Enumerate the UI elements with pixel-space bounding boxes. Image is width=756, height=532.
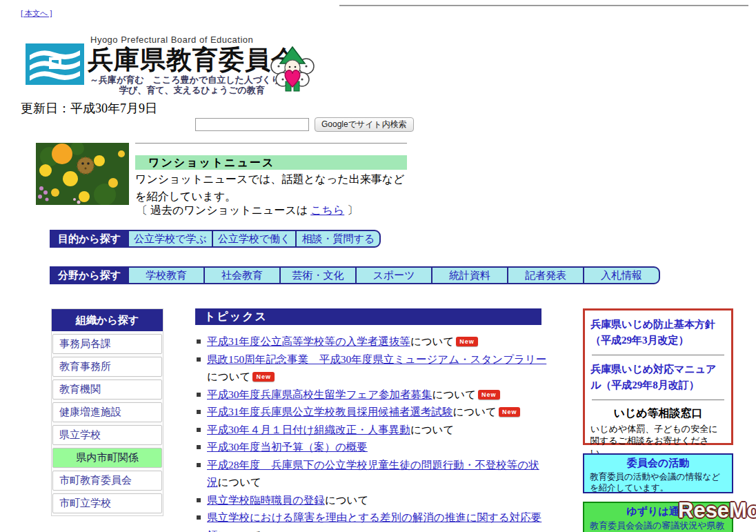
topic-item: 平成31年度公立高等学校等の入学者選抜等についてNew <box>195 333 548 351</box>
board-activity-box[interactable]: 委員会の活動 教育委員の活動や会議の情報などを紹介しています。 <box>583 453 733 493</box>
new-badge: New <box>252 372 275 382</box>
new-badge: New <box>499 407 521 417</box>
field-nav-button[interactable]: 芸術・文化 <box>279 268 355 283</box>
topic-text: について <box>410 335 454 347</box>
tagline-line2: 学び、育て、支えるひょうごの教育 <box>119 84 265 97</box>
oneshot-news-title: ワンショットニュース <box>135 155 407 170</box>
topic-item: 平成30年４月１日付け組織改正・人事異動について <box>195 421 548 439</box>
skip-to-content-link[interactable]: [ 本文へ ] <box>21 8 52 19</box>
past-news-link[interactable]: こちら <box>310 204 344 216</box>
hyogo-logo-icon <box>26 43 84 85</box>
mascot-character-icon <box>268 46 317 97</box>
topic-item: 県立学校臨時職員の登録について <box>195 491 548 509</box>
sidebar-item[interactable]: 県立学校 <box>52 425 162 445</box>
topic-text: について <box>325 494 368 506</box>
field-nav-buttons: 学校教育社会教育芸術・文化スポーツ統計資料記者発表入札情報 <box>128 268 659 283</box>
sidebar-item[interactable]: 教育機関 <box>52 380 162 400</box>
topic-link[interactable]: 県立学校臨時職員の登録 <box>207 494 325 506</box>
past-suffix: 〕 <box>344 204 358 216</box>
search-input[interactable] <box>195 118 309 131</box>
purpose-nav: 目的から探す 公立学校で学ぶ公立学校で働く相談・質問する <box>50 230 381 248</box>
oneshot-news-photo <box>36 143 129 205</box>
page-root: [ 本文へ ] Hyogo Prefectural Board of Educa… <box>0 0 756 532</box>
divider <box>592 355 724 355</box>
ijime-link[interactable]: 兵庫県いじめ対応マニュアル（平成29年8月改訂） <box>590 362 726 393</box>
field-nav-button[interactable]: スポーツ <box>355 268 431 283</box>
topic-item: 県政150周年記念事業 平成30年度県立ミュージアム・スタンプラリーについてNe… <box>195 351 548 386</box>
topic-link[interactable]: 平成30年４月１日付け組織改正・人事異動 <box>207 424 410 435</box>
topic-link[interactable]: 平成30年度当初予算（案）の概要 <box>207 441 368 453</box>
board-activity-title[interactable]: 委員会の活動 <box>590 457 726 470</box>
ijime-consultation-title: いじめ等相談窓口 <box>590 406 726 421</box>
oneshot-news-description: ワンショットニュースでは、話題となった出来事などを紹介しています。 <box>135 170 412 205</box>
ijime-info-box: 兵庫県いじめ防止基本方針（平成29年3月改定）兵庫県いじめ対応マニュアル（平成2… <box>583 308 733 445</box>
new-badge: New <box>478 390 500 400</box>
topic-item: 平成30年度兵庫県高校生留学フェア参加者募集についてNew <box>195 386 548 404</box>
yuzuriha-newsletter-title[interactable]: ゆずりは通信 <box>590 505 726 518</box>
field-nav-label: 分野から探す <box>51 268 128 283</box>
sidebar-item[interactable]: 健康増進施設 <box>52 402 162 422</box>
sidebar-item[interactable]: 教育事務所 <box>52 357 162 377</box>
topic-text: について <box>207 371 250 382</box>
purpose-nav-button[interactable]: 相談・質問する <box>295 231 379 246</box>
ijime-links: 兵庫県いじめ防止基本方針（平成29年3月改定）兵庫県いじめ対応マニュアル（平成2… <box>590 317 726 400</box>
field-nav-button[interactable]: 社会教育 <box>203 268 279 283</box>
update-date: 更新日：平成30年7月9日 <box>21 100 157 117</box>
topic-text: について <box>432 388 476 400</box>
new-badge: New <box>456 337 478 346</box>
sidebar-section-label: 県内市町関係 <box>52 448 162 468</box>
sidebar-item[interactable]: 市町立学校 <box>52 493 162 513</box>
top-divider <box>339 5 748 6</box>
topic-link[interactable]: 平成30年度兵庫県高校生留学フェア参加者募集 <box>207 388 432 400</box>
ijime-link[interactable]: 兵庫県いじめ防止基本方針（平成29年3月改定） <box>590 317 726 348</box>
sidebar-item[interactable]: 市町教育委員会 <box>52 471 162 491</box>
topic-item: 平成28年度 兵庫県下の公立学校児童生徒の問題行動・不登校等の状況について <box>195 456 548 491</box>
field-nav-button[interactable]: 記者発表 <box>507 268 583 283</box>
topics-header: トピックス <box>195 308 541 325</box>
org-name-japanese: 兵庫県教育委員会 <box>88 43 297 77</box>
topic-link[interactable]: 平成31年度兵庫県公立学校教員採用候補者選考試験 <box>207 406 453 417</box>
yuzuriha-newsletter-box[interactable]: ゆずりは通信 教育委員会会議の審議状況や県教 <box>583 502 733 532</box>
past-prefix: 〔 過去のワンショットニュースは <box>137 204 310 216</box>
org-nav-items: 事務局各課教育事務所教育機関健康増進施設県立学校県内市町関係市町教育委員会市町立… <box>52 334 163 513</box>
topic-item: 平成31年度兵庫県公立学校教員採用候補者選考試験についてNew <box>195 403 548 421</box>
oneshot-news-past-line: 〔 過去のワンショットニュースは こちら 〕 <box>137 204 358 218</box>
topic-item: 県立学校における障害を理由とする差別の解消の推進に関する対応要領について <box>195 509 548 532</box>
topic-link[interactable]: 平成31年度公立高等学校等の入学者選抜等 <box>207 335 410 347</box>
org-nav-title: 組織から探す <box>52 309 163 331</box>
field-nav-button[interactable]: 統計資料 <box>431 268 507 283</box>
purpose-nav-button[interactable]: 公立学校で働く <box>212 231 296 246</box>
topic-link[interactable]: 県政150周年記念事業 平成30年度県立ミュージアム・スタンプラリー <box>207 353 546 365</box>
yuzuriha-newsletter-body: 教育委員会会議の審議状況や県教 <box>590 520 726 531</box>
google-site-search-button[interactable]: Googleでサイト内検索 <box>315 117 414 132</box>
field-nav: 分野から探す 学校教育社会教育芸術・文化スポーツ統計資料記者発表入札情報 <box>50 266 660 284</box>
purpose-nav-buttons: 公立学校で学ぶ公立学校で働く相談・質問する <box>128 231 379 246</box>
topic-text: について <box>453 406 497 417</box>
purpose-nav-button[interactable]: 公立学校で学ぶ <box>128 231 212 246</box>
field-nav-button[interactable]: 学校教育 <box>128 268 203 283</box>
topic-item: 平成30年度当初予算（案）の概要 <box>195 438 548 456</box>
topic-text: について <box>218 529 261 532</box>
board-activity-body: 教育委員の活動や会議の情報などを紹介しています。 <box>590 471 726 493</box>
divider <box>592 400 724 400</box>
org-nav: 組織から探す 事務局各課教育事務所教育機関健康増進施設県立学校県内市町関係市町教… <box>51 308 163 516</box>
field-nav-button[interactable]: 入札情報 <box>583 268 659 283</box>
topic-text: について <box>410 424 454 435</box>
sidebar-item[interactable]: 事務局各課 <box>52 334 162 354</box>
purpose-nav-label: 目的から探す <box>51 231 128 246</box>
topic-text: について <box>218 476 261 488</box>
news-top-divider <box>135 143 407 144</box>
topics-list: 平成31年度公立高等学校等の入学者選抜等についてNew県政150周年記念事業 平… <box>195 333 548 532</box>
